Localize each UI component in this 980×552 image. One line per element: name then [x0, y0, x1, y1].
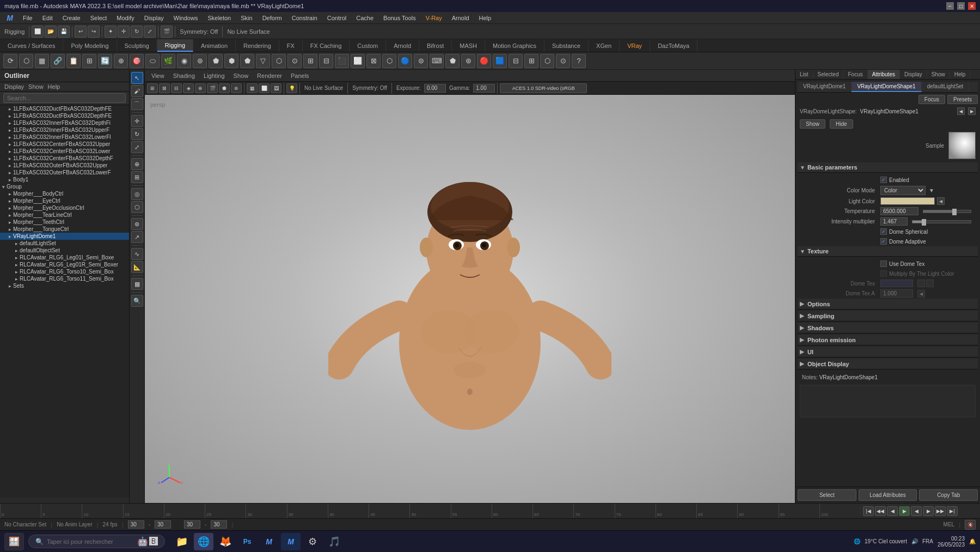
vp-menu-show[interactable]: Show — [230, 72, 252, 79]
shelf-btn-15[interactable]: ⬢ — [224, 54, 238, 68]
outliner-help[interactable]: Help — [48, 83, 60, 90]
tb-open[interactable]: 📂 — [45, 26, 57, 38]
shadows-section-header[interactable]: ▶ Shadows — [798, 323, 978, 333]
shelf-btn-22[interactable]: ⬛ — [335, 54, 349, 68]
frame-end-input[interactable] — [155, 520, 171, 529]
shelf-btn-9[interactable]: 🎯 — [130, 54, 144, 68]
taskbar-music-app[interactable]: 🎵 — [324, 533, 344, 550]
tab-arnold[interactable]: Arnold — [386, 39, 419, 52]
tab-mash[interactable]: MASH — [452, 39, 485, 52]
rpanel-tab-display[interactable]: Display — [900, 70, 927, 79]
ui-section-header[interactable]: ▶ UI — [798, 347, 978, 357]
tb-undo[interactable]: ↩ — [75, 26, 87, 38]
temperature-input[interactable] — [880, 207, 918, 215]
vp-colorspace-btn[interactable]: ACES 1.0 SDR-video (sRGB — [500, 83, 587, 93]
outliner-item-13[interactable]: ▸Morpher___EyeCtrl — [0, 197, 129, 204]
playback-end-input[interactable] — [211, 520, 227, 529]
soft-tool[interactable]: ◎ — [131, 188, 143, 200]
shelf-btn-36[interactable]: ⊙ — [556, 54, 570, 68]
vp-tb-btn3[interactable]: ⊟ — [171, 83, 182, 93]
shelf-btn-11[interactable]: 🌿 — [161, 54, 175, 68]
vp-menu-renderer[interactable]: Renderer — [254, 72, 285, 79]
outliner-item-4[interactable]: ▸1LFBxASC032InnerFBxASC032LowerFl — [0, 134, 129, 141]
joint-tool[interactable]: ⊛ — [131, 218, 143, 230]
outliner-show[interactable]: Show — [28, 83, 44, 90]
dome-tex-a-btn[interactable]: ◀ — [917, 290, 925, 298]
attr-tab-vraylight-dome1[interactable]: VRayLightDome1 — [798, 82, 852, 92]
outliner-item-23[interactable]: ▸RLCAvatar_RLG6_Torso10_Semi_Box — [0, 268, 129, 275]
hide-button[interactable]: Hide — [830, 119, 853, 129]
shelf-btn-3[interactable]: ▦ — [35, 54, 49, 68]
outliner-item-19[interactable]: ▸defaultLightSet — [0, 240, 129, 247]
taskbar-edge[interactable]: 🌐 — [194, 533, 213, 550]
vp-exposure-input[interactable] — [424, 84, 446, 93]
systray-network[interactable]: 🌐 — [854, 538, 860, 544]
load-attributes-button[interactable]: Load Attributes — [859, 489, 917, 501]
tab-curves-surfaces[interactable]: Curves / Surfaces — [0, 39, 63, 52]
menu-display[interactable]: Display — [140, 14, 168, 22]
tab-motion-graphics[interactable]: Motion Graphics — [485, 39, 544, 52]
menu-deform[interactable]: Deform — [258, 14, 286, 22]
notes-textarea[interactable] — [800, 385, 976, 417]
vp-tb-btn8[interactable]: ⊛ — [231, 83, 242, 93]
outliner-item-8[interactable]: ▸1LFBxASC032OuterFBxASC032Upper — [0, 162, 129, 169]
shelf-btn-1[interactable]: ⟳ — [3, 54, 17, 68]
rpanel-tab-show[interactable]: Show — [927, 70, 950, 79]
menu-edit[interactable]: Edit — [38, 14, 57, 22]
menu-arnold[interactable]: Arnold — [448, 14, 474, 22]
menu-select[interactable]: Select — [86, 14, 112, 22]
outliner-display[interactable]: Display — [4, 83, 24, 90]
tb-rotate[interactable]: ↻ — [131, 26, 143, 38]
vp-tb-btn6[interactable]: 🎬 — [207, 83, 218, 93]
rpanel-tab-list[interactable]: List — [795, 70, 813, 79]
shelf-btn-34[interactable]: ⊞ — [524, 54, 538, 68]
vp-menu-view[interactable]: View — [148, 72, 168, 79]
outliner-item-2[interactable]: ▸1LFBxASC032InnerFBxASC032DepthFi — [0, 119, 129, 126]
status-no-anim[interactable]: No Anim Layer — [57, 521, 93, 527]
outliner-item-1[interactable]: ▸1LFBxASC032DuctFBxASC032DepthFE — [0, 112, 129, 119]
dome-link-right[interactable]: ▶ — [968, 107, 976, 115]
vp-tb-solid[interactable]: ⬜ — [259, 83, 270, 93]
menu-skin[interactable]: Skin — [236, 14, 256, 22]
vp-tb-btn7[interactable]: ⬟ — [219, 83, 230, 93]
shelf-btn-28[interactable]: ⌨ — [430, 54, 444, 68]
curve-tool[interactable]: ∿ — [131, 248, 143, 260]
shelf-btn-16[interactable]: ⬟ — [240, 54, 254, 68]
outliner-item-11[interactable]: ▾Group — [0, 183, 129, 190]
tb-save[interactable]: 💾 — [58, 26, 70, 38]
tb-render-settings[interactable]: 🎬 — [161, 26, 173, 38]
systray-volume[interactable]: 🔊 — [911, 538, 918, 544]
outliner-item-3[interactable]: ▸1LFBxASC032InnerFBxASC032UpperF — [0, 126, 129, 134]
taskbar-maya-app[interactable]: M — [259, 533, 279, 550]
dome-adaptive-checkbox[interactable] — [880, 238, 887, 245]
tb-new[interactable]: ⬜ — [32, 26, 44, 38]
status-no-character[interactable]: No Character Set — [4, 521, 46, 527]
outliner-item-5[interactable]: ▸1LFBxASC032CenterFBxASC032Upper — [0, 141, 129, 148]
vp-tb-lights[interactable]: 💡 — [286, 83, 297, 93]
vp-menu-panels[interactable]: Panels — [287, 72, 313, 79]
systray-lang[interactable]: FRA — [922, 538, 933, 544]
transport-next[interactable]: ▶ — [923, 506, 934, 516]
menu-skeleton[interactable]: Skeleton — [203, 14, 235, 22]
select-tool[interactable]: ↖ — [131, 72, 143, 84]
lasso-tool[interactable]: ⌒ — [131, 98, 143, 110]
outliner-item-20[interactable]: ▸defaultObjectSet — [0, 247, 129, 254]
dome-link-left[interactable]: ◀ — [957, 107, 965, 115]
minimize-button[interactable]: − — [946, 2, 954, 10]
vp-tb-textured[interactable]: 🖼 — [271, 83, 281, 93]
shelf-btn-6[interactable]: ⊞ — [82, 54, 96, 68]
dome-tex-a-input[interactable] — [880, 289, 913, 298]
status-icons[interactable]: 🔇 — [965, 520, 976, 530]
presets-button[interactable]: Presets — [947, 95, 978, 104]
shelf-btn-35[interactable]: ⬡ — [540, 54, 554, 68]
tab-daz-to-maya[interactable]: DazToMaya — [650, 39, 697, 52]
deform-tool[interactable]: ⬡ — [131, 201, 143, 213]
menu-help[interactable]: Help — [475, 14, 496, 22]
scale-tool[interactable]: ⤢ — [131, 141, 143, 153]
outliner-item-0[interactable]: ▸1LFBxASC032DuctFBxASC032DepthFE — [0, 105, 129, 112]
system-clock[interactable]: 00:23 26/05/2023 — [938, 536, 965, 548]
snap-tool[interactable]: ⊕ — [131, 158, 143, 170]
tab-xgen[interactable]: XGen — [589, 39, 620, 52]
outliner-item-16[interactable]: ▸Morpher___TeethCtrl — [0, 219, 129, 226]
shelf-btn-21[interactable]: ⊟ — [319, 54, 333, 68]
